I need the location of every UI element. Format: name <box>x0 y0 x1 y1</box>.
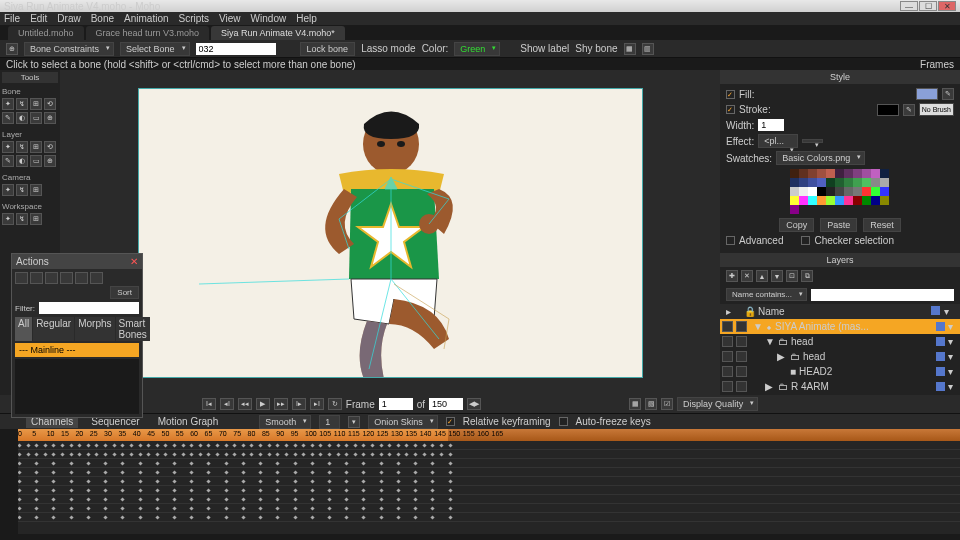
swatch[interactable] <box>790 178 799 187</box>
next-frame-button[interactable]: ▸▸ <box>274 398 288 410</box>
swatch[interactable] <box>835 178 844 187</box>
layer-tool-icon[interactable]: ✕ <box>741 270 753 282</box>
effect-dropdown-2[interactable] <box>802 139 823 143</box>
tool-icon[interactable]: ◐ <box>16 155 28 167</box>
close-button[interactable]: ✕ <box>938 1 956 11</box>
menu-scripts[interactable]: Scripts <box>179 13 210 24</box>
visibility-icon[interactable] <box>722 351 733 362</box>
tool-icon[interactable]: ↯ <box>16 141 28 153</box>
menu-draw[interactable]: Draw <box>57 13 80 24</box>
layer-tool-icon[interactable]: ⧉ <box>801 270 813 282</box>
swatch[interactable] <box>880 196 889 205</box>
lock-icon[interactable] <box>736 351 747 362</box>
bone-id-input[interactable] <box>196 43 276 55</box>
tool-icon[interactable]: ▭ <box>30 155 42 167</box>
tool-icon[interactable]: ↯ <box>16 184 28 196</box>
layer-color[interactable] <box>936 337 945 346</box>
swatch[interactable] <box>826 196 835 205</box>
interval-dropdown[interactable]: 1 <box>319 415 340 429</box>
canvas[interactable] <box>138 88 643 378</box>
lock-icon[interactable] <box>736 366 747 377</box>
track-row[interactable] <box>18 459 960 468</box>
prev-key-button[interactable]: ◂I <box>220 398 234 410</box>
swatch[interactable] <box>880 169 889 178</box>
sort-button[interactable]: Sort <box>110 286 139 299</box>
display-quality-dropdown[interactable]: Display Quality <box>677 397 758 411</box>
minimize-button[interactable]: — <box>900 1 918 11</box>
stop-button[interactable]: ◀▶ <box>467 398 481 410</box>
tool-icon[interactable]: ↯ <box>16 98 28 110</box>
tool-icon[interactable]: ✦ <box>2 141 14 153</box>
doc-tab[interactable]: Grace head turn V3.moho <box>86 26 210 40</box>
swatch[interactable] <box>808 187 817 196</box>
menu-view[interactable]: View <box>219 13 241 24</box>
swatch[interactable] <box>826 169 835 178</box>
actions-window[interactable]: Actions✕ Sort Filter: AllRegularMorphsSm… <box>11 253 143 418</box>
mainline-action[interactable]: --- Mainline --- <box>15 343 139 357</box>
tool-icon[interactable]: ⊞ <box>30 213 42 225</box>
swatch[interactable] <box>862 196 871 205</box>
action-tab[interactable]: Morphs <box>75 317 114 341</box>
maximize-button[interactable]: ☐ <box>919 1 937 11</box>
expand-icon[interactable]: ▼ <box>753 321 763 332</box>
lock-icon[interactable] <box>736 336 747 347</box>
swatch[interactable] <box>826 178 835 187</box>
swatch[interactable] <box>862 178 871 187</box>
expand-icon[interactable]: ▶ <box>765 381 775 392</box>
expand-icon[interactable]: ▶ <box>777 351 787 362</box>
timeline-ruler[interactable]: 0510152025303540455055606570758085909510… <box>18 429 960 441</box>
swatch[interactable] <box>853 196 862 205</box>
track-row[interactable] <box>18 441 960 450</box>
first-frame-button[interactable]: I◂ <box>202 398 216 410</box>
layer-row[interactable]: ▶🗀head▾ <box>720 349 960 364</box>
visibility-icon[interactable] <box>722 321 733 332</box>
layer-row[interactable]: ■BALL2▾ <box>720 394 960 395</box>
layer-color[interactable] <box>936 322 945 331</box>
no-brush-button[interactable]: No Brush <box>919 103 954 116</box>
swatch[interactable] <box>871 196 880 205</box>
layer-row[interactable]: ▼🗀head▾ <box>720 334 960 349</box>
name-filter-dropdown[interactable]: Name contains... <box>726 288 807 301</box>
action-tool-icon[interactable] <box>30 272 43 284</box>
swatch[interactable] <box>790 205 799 214</box>
swatch[interactable] <box>844 196 853 205</box>
tool-icon[interactable]: ✎ <box>2 112 14 124</box>
tl-icon[interactable]: ▾ <box>348 416 360 428</box>
swatch[interactable] <box>817 196 826 205</box>
opt-icon-2[interactable]: ▥ <box>642 43 654 55</box>
dq-icon3[interactable]: ☑ <box>661 398 673 410</box>
dq-icon2[interactable]: ▧ <box>645 398 657 410</box>
effect-dropdown[interactable]: <pl... <box>758 134 798 148</box>
doc-tab[interactable]: Siya Run Animate V4.moho* <box>211 26 345 40</box>
action-tab[interactable]: All <box>15 317 32 341</box>
menu-file[interactable]: File <box>4 13 20 24</box>
swatch[interactable] <box>817 187 826 196</box>
action-tab[interactable]: Regular <box>33 317 74 341</box>
prev-frame-button[interactable]: ◂◂ <box>238 398 252 410</box>
tool-icon[interactable]: ⊞ <box>30 141 42 153</box>
bone-constraints-dropdown[interactable]: Bone Constraints <box>24 42 114 56</box>
swatch[interactable] <box>844 178 853 187</box>
swatch[interactable] <box>844 169 853 178</box>
play-button[interactable]: ▶ <box>256 398 270 410</box>
loop-button[interactable]: ↻ <box>328 398 342 410</box>
stroke-swatch[interactable] <box>877 104 899 116</box>
tool-icon[interactable]: ↯ <box>16 213 28 225</box>
action-tool-icon[interactable] <box>45 272 58 284</box>
select-bone-dropdown[interactable]: Select Bone <box>120 42 190 56</box>
action-tab[interactable]: Smart Bones <box>116 317 150 341</box>
layer-color[interactable] <box>936 382 945 391</box>
swatches-dropdown[interactable]: Basic Colors.png <box>776 151 865 165</box>
tool-icon[interactable]: ✦ <box>2 213 14 225</box>
swatch[interactable] <box>835 196 844 205</box>
copy-button[interactable]: Copy <box>779 218 814 232</box>
track-row[interactable] <box>18 486 960 495</box>
swatch[interactable] <box>799 196 808 205</box>
swatch[interactable] <box>862 169 871 178</box>
onion-skins-dropdown[interactable]: Onion Skins <box>368 415 438 429</box>
swatch[interactable] <box>790 169 799 178</box>
visibility-icon[interactable] <box>722 381 733 392</box>
swatch[interactable] <box>817 169 826 178</box>
track-row[interactable] <box>18 495 960 504</box>
swatch[interactable] <box>871 169 880 178</box>
